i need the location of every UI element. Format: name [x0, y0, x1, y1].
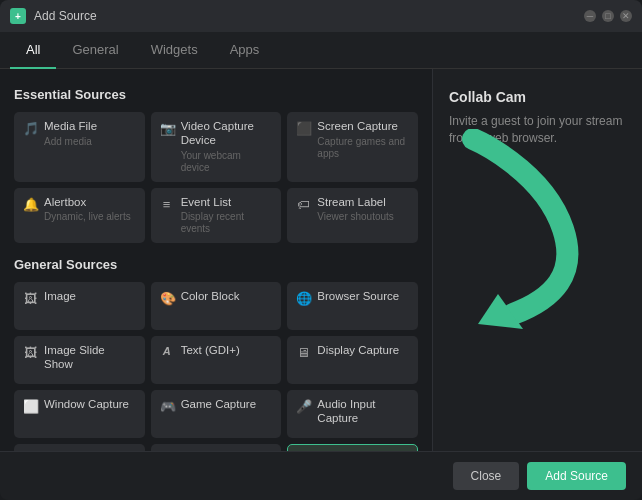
source-game-capture[interactable]: 🎮 Game Capture: [151, 390, 282, 438]
general-section-header: General Sources: [14, 257, 418, 272]
image-icon: 🖼: [23, 291, 37, 306]
source-collab-cam[interactable]: 👤 Collab Cam: [287, 444, 418, 451]
window-capture-name: Window Capture: [44, 398, 129, 412]
video-capture-sub: Your webcam device: [181, 150, 273, 174]
source-window-capture[interactable]: ⬜ Window Capture: [14, 390, 145, 438]
source-audio-output[interactable]: 🔊 Audio Output Capture: [14, 444, 145, 451]
window-controls: ─ □ ✕: [584, 10, 632, 22]
main-window: + Add Source ─ □ ✕ All General Widgets A…: [0, 0, 642, 500]
right-panel-title: Collab Cam: [449, 89, 626, 105]
source-image-slideshow[interactable]: 🖼 Image Slide Show: [14, 336, 145, 384]
general-sources-grid: 🖼 Image 🎨 Color Block 🌐 Browser Source: [14, 282, 418, 451]
title-bar: + Add Source ─ □ ✕: [0, 0, 642, 32]
tab-apps[interactable]: Apps: [214, 32, 276, 69]
alertbox-name: Alertbox: [44, 196, 131, 210]
event-list-name: Event List: [181, 196, 273, 210]
main-content: Essential Sources 🎵 Media File Add media…: [0, 69, 642, 451]
sources-panel: Essential Sources 🎵 Media File Add media…: [0, 69, 432, 451]
text-gdi-name: Text (GDI+): [181, 344, 240, 358]
source-video-capture[interactable]: 📷 Video Capture Device Your webcam devic…: [151, 112, 282, 182]
stream-label-sub: Viewer shoutouts: [317, 211, 394, 223]
alertbox-sub: Dynamic, live alerts: [44, 211, 131, 223]
display-capture-name: Display Capture: [317, 344, 399, 358]
image-slideshow-icon: 🖼: [23, 345, 37, 360]
right-panel-description: Invite a guest to join your stream from …: [449, 113, 626, 147]
close-button[interactable]: Close: [453, 462, 520, 490]
minimize-button[interactable]: ─: [584, 10, 596, 22]
image-slideshow-name: Image Slide Show: [44, 344, 136, 372]
screen-capture-sub: Capture games and apps: [317, 136, 409, 160]
footer: Close Add Source: [0, 451, 642, 500]
event-list-icon: ≡: [160, 197, 174, 212]
alertbox-icon: 🔔: [23, 197, 37, 212]
media-file-sub: Add media: [44, 136, 97, 148]
window-title: Add Source: [34, 9, 584, 23]
add-source-button[interactable]: Add Source: [527, 462, 626, 490]
source-audio-input[interactable]: 🎤 Audio Input Capture: [287, 390, 418, 438]
app-icon: +: [10, 8, 26, 24]
video-capture-icon: 📷: [160, 121, 174, 136]
tab-all[interactable]: All: [10, 32, 56, 69]
tab-widgets[interactable]: Widgets: [135, 32, 214, 69]
svg-marker-0: [478, 294, 523, 329]
source-alertbox[interactable]: 🔔 Alertbox Dynamic, live alerts: [14, 188, 145, 244]
text-gdi-icon: A: [160, 345, 174, 357]
video-capture-name: Video Capture Device: [181, 120, 273, 148]
media-file-icon: 🎵: [23, 121, 37, 136]
source-event-list[interactable]: ≡ Event List Display recent events: [151, 188, 282, 244]
source-browser-source[interactable]: 🌐 Browser Source: [287, 282, 418, 330]
tab-general[interactable]: General: [56, 32, 134, 69]
essential-section-header: Essential Sources: [14, 87, 418, 102]
source-color-block[interactable]: 🎨 Color Block: [151, 282, 282, 330]
audio-input-icon: 🎤: [296, 399, 310, 414]
source-stream-label[interactable]: 🏷 Stream Label Viewer shoutouts: [287, 188, 418, 244]
screen-capture-name: Screen Capture: [317, 120, 409, 134]
browser-source-name: Browser Source: [317, 290, 399, 304]
browser-source-icon: 🌐: [296, 291, 310, 306]
stream-label-icon: 🏷: [296, 197, 310, 212]
game-capture-icon: 🎮: [160, 399, 174, 414]
source-display-capture[interactable]: 🖥 Display Capture: [287, 336, 418, 384]
display-capture-icon: 🖥: [296, 345, 310, 360]
color-block-icon: 🎨: [160, 291, 174, 306]
essential-sources-grid: 🎵 Media File Add media 📷 Video Capture D…: [14, 112, 418, 243]
arrow-decoration: [413, 129, 633, 329]
color-block-name: Color Block: [181, 290, 240, 304]
source-text-gdi[interactable]: A Text (GDI+): [151, 336, 282, 384]
media-file-name: Media File: [44, 120, 97, 134]
window-capture-icon: ⬜: [23, 399, 37, 414]
source-openvr[interactable]: 👓 OpenVR Capture: [151, 444, 282, 451]
tab-bar: All General Widgets Apps: [0, 32, 642, 69]
app-icon-symbol: +: [15, 11, 21, 22]
source-screen-capture[interactable]: ⬛ Screen Capture Capture games and apps: [287, 112, 418, 182]
stream-label-name: Stream Label: [317, 196, 394, 210]
event-list-sub: Display recent events: [181, 211, 273, 235]
game-capture-name: Game Capture: [181, 398, 256, 412]
image-name: Image: [44, 290, 76, 304]
audio-input-name: Audio Input Capture: [317, 398, 409, 426]
screen-capture-icon: ⬛: [296, 121, 310, 136]
source-media-file[interactable]: 🎵 Media File Add media: [14, 112, 145, 182]
source-image[interactable]: 🖼 Image: [14, 282, 145, 330]
close-window-button[interactable]: ✕: [620, 10, 632, 22]
maximize-button[interactable]: □: [602, 10, 614, 22]
right-panel: Collab Cam Invite a guest to join your s…: [432, 69, 642, 451]
